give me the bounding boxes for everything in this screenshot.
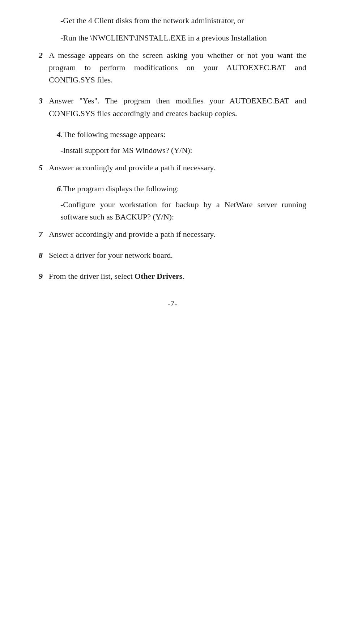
- item-number-5: 5: [39, 162, 49, 174]
- item-number-6: 6: [57, 184, 61, 193]
- item-number-9: 9: [39, 270, 49, 282]
- page-content: -Get the 4 Client disks from the network…: [31, 0, 314, 331]
- numbered-item-4: 4.The following message appears:: [57, 128, 306, 141]
- item-number-8: 8: [39, 249, 49, 261]
- item-content-7: Answer accordingly and provide a path if…: [49, 228, 306, 240]
- item-content-8: Select a driver for your network board.: [49, 249, 306, 261]
- bullet-get: -Get the 4 Client disks from the network…: [60, 14, 306, 27]
- bullet-run: -Run the \NWCLIENT\INSTALL.EXE in a prev…: [60, 32, 306, 44]
- item-number-3: 3: [39, 95, 49, 119]
- item-content-3: Answer "Yes". The program then modifies …: [49, 95, 306, 119]
- item-content-2: A message appears on the screen asking y…: [49, 49, 306, 86]
- page-number: -7-: [168, 299, 177, 308]
- other-drivers-bold: Other Drivers: [135, 272, 182, 281]
- item-number-2: 2: [39, 49, 49, 86]
- item-content-4: .The following message appears:: [61, 130, 166, 139]
- item-content-9: From the driver list, select Other Drive…: [49, 270, 306, 282]
- item-6-sub: -Configure your workstation for backup b…: [60, 199, 306, 223]
- page-footer: -7-: [39, 297, 306, 310]
- item-content-6: .The program displays the following:: [61, 184, 179, 193]
- numbered-item-8: 8 Select a driver for your network board…: [39, 249, 306, 261]
- numbered-item-6: 6.The program displays the following:: [57, 183, 306, 195]
- numbered-item-7: 7 Answer accordingly and provide a path …: [39, 228, 306, 240]
- item-content-5: Answer accordingly and provide a path if…: [49, 162, 306, 174]
- numbered-item-3: 3 Answer "Yes". The program then modifie…: [39, 95, 306, 119]
- numbered-item-9: 9 From the driver list, select Other Dri…: [39, 270, 306, 282]
- numbered-item-5: 5 Answer accordingly and provide a path …: [39, 162, 306, 174]
- numbered-item-2: 2 A message appears on the screen asking…: [39, 49, 306, 86]
- item-4-sub: -Install support for MS Windows? (Y/N):: [60, 144, 306, 157]
- item-number-4: 4: [57, 130, 61, 139]
- item-number-7: 7: [39, 228, 49, 240]
